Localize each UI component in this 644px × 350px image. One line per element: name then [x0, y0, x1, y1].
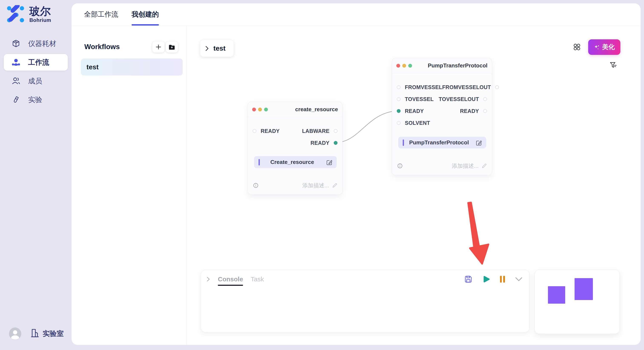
input-port-solvent[interactable] [397, 121, 400, 125]
window-dot-yellow [402, 64, 406, 68]
beautify-button-label: 美化 [602, 43, 615, 51]
workflows-panel-title: Workflows [84, 43, 120, 51]
info-icon[interactable] [398, 163, 402, 169]
sidebar-item-members[interactable]: 成员 [4, 73, 68, 89]
add-workflow-button[interactable] [152, 41, 164, 52]
output-port-labware[interactable] [334, 129, 338, 133]
pill-accent-bar [403, 140, 404, 146]
node-header: PumpTransferProtocol [392, 58, 492, 73]
sidebar-footer: 实验室 [9, 328, 64, 340]
edit-icon[interactable] [476, 140, 482, 146]
pause-button[interactable] [500, 275, 505, 283]
input-port-ready[interactable] [252, 129, 256, 133]
output-port-ready[interactable] [483, 109, 487, 113]
node-title: create_resource [295, 106, 338, 113]
test-tube-icon [12, 95, 20, 104]
sidebar-item-label: 仪器耗材 [28, 39, 56, 48]
input-port-ready-connected[interactable] [397, 109, 400, 113]
sidebar-nav: 仪器耗材 工作流 [0, 35, 72, 110]
run-button[interactable] [482, 275, 490, 283]
sidebar-item-label: 成员 [28, 76, 42, 86]
minimap-node-create-resource [548, 286, 565, 304]
import-folder-button[interactable] [166, 41, 178, 52]
description-placeholder[interactable]: 添加描述... [302, 182, 329, 189]
minimap[interactable] [534, 270, 620, 334]
node-action-pill[interactable]: PumpTransferProtocol [398, 137, 486, 149]
brand-logo: 玻尔 Bohrium [6, 5, 51, 23]
node-title: PumpTransferProtocol [428, 62, 488, 69]
sidebar-item-experiments[interactable]: 实验 [4, 91, 68, 108]
folder-download-icon [169, 44, 175, 50]
brand-title: 玻尔 [30, 5, 51, 17]
pencil-icon[interactable] [332, 183, 338, 188]
output-port-tovesselout[interactable] [483, 97, 487, 101]
output-port-fromvesselout[interactable] [495, 85, 499, 89]
window-dot-green [264, 108, 268, 111]
output-port-ready-connected[interactable] [334, 141, 338, 145]
lab-name[interactable]: 实验室 [42, 329, 64, 339]
lab-building-icon [31, 329, 39, 339]
sidebar-item-workflows[interactable]: 工作流 [4, 54, 68, 71]
breadcrumb[interactable]: test [200, 40, 234, 57]
brand-subtitle: Bohrium [30, 17, 51, 23]
minimap-node-pump-transfer [574, 278, 593, 300]
save-button[interactable] [464, 275, 472, 283]
window-dot-red [252, 108, 256, 111]
console-panel: Console Task [201, 270, 530, 332]
sidebar-item-instruments[interactable]: 仪器耗材 [4, 35, 68, 52]
sidebar-item-label: 工作流 [28, 58, 49, 67]
info-icon[interactable] [253, 183, 258, 188]
collapse-chevron-icon[interactable] [515, 277, 522, 282]
edit-icon[interactable] [326, 159, 332, 166]
members-icon [12, 77, 20, 85]
sparkles-icon [594, 44, 600, 50]
node-action-pill[interactable]: Create_resource [254, 156, 337, 168]
node-header: create_resource [248, 102, 342, 117]
bohrium-logo-icon [6, 5, 25, 23]
filter-icon[interactable] [610, 61, 617, 70]
pill-accent-bar [258, 159, 260, 166]
chevron-right-icon [205, 46, 209, 51]
task-tab[interactable]: Task [251, 276, 264, 283]
pencil-icon[interactable] [482, 163, 487, 169]
app-root: 玻尔 Bohrium 仪器耗材 [0, 0, 644, 350]
workflows-panel: Workflows test [72, 26, 186, 345]
console-expand-chevron-icon[interactable] [206, 277, 210, 282]
input-port-fromvessel[interactable] [397, 85, 400, 89]
active-tab-underline [132, 24, 159, 25]
tab-all-workflows[interactable]: 全部工作流 [84, 3, 118, 25]
input-port-tovessel[interactable] [397, 97, 400, 101]
window-dot-yellow [258, 108, 262, 111]
node-pump-transfer-protocol[interactable]: PumpTransferProtocol FROMVESSEL FROMVESS… [392, 58, 492, 175]
description-placeholder[interactable]: 添加描述... [452, 162, 478, 170]
sidebar: 玻尔 Bohrium 仪器耗材 [0, 0, 72, 350]
tab-created-by-me[interactable]: 我创建的 [132, 3, 159, 25]
command-palette-icon[interactable] [573, 43, 581, 52]
connection-edge [337, 111, 399, 143]
workflow-list-item[interactable]: test [81, 58, 183, 75]
console-tab[interactable]: Console [218, 276, 243, 283]
window-dot-green [408, 64, 412, 68]
beautify-button[interactable]: 美化 [588, 39, 620, 55]
breadcrumb-label: test [214, 44, 226, 52]
workflow-canvas[interactable]: test 美化 [186, 26, 640, 345]
avatar[interactable] [9, 328, 21, 340]
plus-icon [156, 44, 162, 50]
workflow-group-icon [12, 58, 20, 67]
box-icon [12, 39, 20, 48]
main-card: 全部工作流 我创建的 Workflows [72, 3, 640, 345]
node-create-resource[interactable]: create_resource READY LABWARE [248, 102, 342, 195]
sidebar-item-label: 实验 [28, 95, 42, 105]
window-dot-red [396, 64, 400, 68]
workspace-tabbar: 全部工作流 我创建的 [72, 3, 640, 26]
